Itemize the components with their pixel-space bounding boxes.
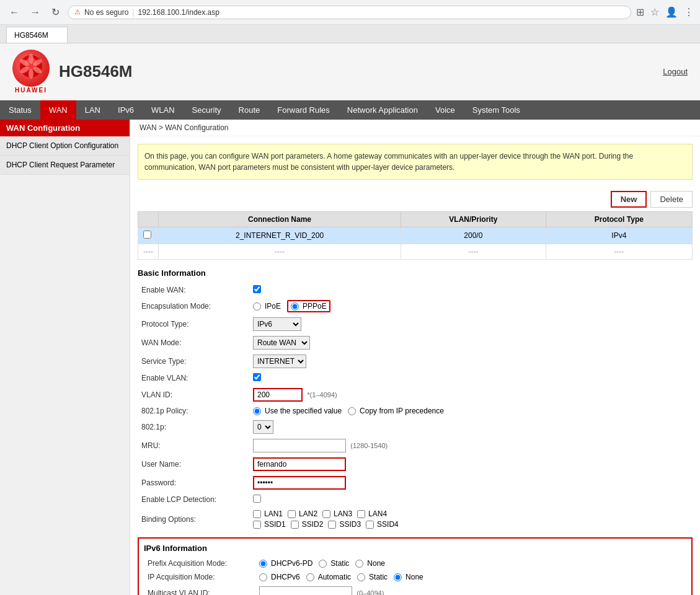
ssid2-option[interactable]: SSID2 — [291, 520, 324, 529]
nav-route[interactable]: Route — [230, 100, 269, 120]
wan-mode-select[interactable]: Route WAN Bridge WAN — [253, 336, 310, 350]
ssid3-checkbox[interactable] — [328, 521, 336, 529]
profile-button[interactable]: 👤 — [665, 6, 678, 18]
use-specified-radio[interactable] — [253, 407, 261, 415]
nav-status[interactable]: Status — [0, 100, 40, 120]
binding-options: LAN1 LAN2 LAN3 LAN4 SSID1 SSID2 SSID3 SS… — [253, 509, 689, 529]
nav-wlan[interactable]: WLAN — [143, 100, 184, 120]
nav-network-application[interactable]: Network Application — [339, 100, 427, 120]
lan2-checkbox[interactable] — [288, 510, 296, 518]
mru-label: MRU: — [138, 436, 249, 455]
huawei-logo — [12, 50, 50, 87]
security-label: No es seguro — [84, 8, 128, 17]
menu-button[interactable]: ⋮ — [684, 6, 694, 18]
delete-button[interactable]: Delete — [650, 191, 693, 208]
lcp-checkbox[interactable] — [253, 495, 261, 503]
value-802-1p-select[interactable]: 0 123 4567 — [253, 420, 273, 434]
wan-mode-row: WAN Mode: Route WAN Bridge WAN — [138, 333, 693, 352]
forward-button[interactable]: → — [27, 6, 43, 19]
dhcpv6-radio[interactable] — [259, 573, 267, 581]
sidebar-item-dhcp-request[interactable]: DHCP Client Request Parameter — [0, 156, 130, 175]
ip-static-option[interactable]: Static — [357, 573, 388, 581]
nav-wan[interactable]: WAN — [40, 100, 76, 120]
nav-system-tools[interactable]: System Tools — [464, 100, 529, 120]
copy-ip-option[interactable]: Copy from IP precedence — [348, 407, 444, 415]
browser-bar: ← → ↻ ⚠ No es seguro | 192.168.100.1/ind… — [0, 0, 700, 25]
use-specified-option[interactable]: Use the specified value — [253, 407, 342, 415]
ip-none-option[interactable]: None — [394, 573, 423, 581]
pppoe-radio[interactable] — [291, 302, 299, 311]
lan3-checkbox[interactable] — [322, 510, 330, 518]
extensions-button[interactable]: ⊞ — [636, 6, 644, 18]
nav-security[interactable]: Security — [184, 100, 230, 120]
automatic-radio[interactable] — [306, 573, 314, 581]
mru-input[interactable] — [253, 439, 346, 452]
nav-lan[interactable]: LAN — [76, 100, 109, 120]
lan2-option[interactable]: LAN2 — [288, 509, 317, 518]
protocol-type-row: Protocol Type: IPv4 IPv6 IPv4/IPv6 — [138, 315, 693, 333]
logout-button[interactable]: Logout — [663, 67, 688, 76]
back-button[interactable]: ← — [6, 6, 22, 19]
wan-table: Connection Name VLAN/Priority Protocol T… — [138, 211, 693, 260]
prefix-none-radio[interactable] — [355, 560, 363, 568]
vlan-id-label: VLAN ID: — [138, 386, 249, 404]
pppoe-option[interactable]: PPPoE — [287, 300, 330, 312]
main-nav: Status WAN LAN IPv6 WLAN Security Route … — [0, 100, 700, 120]
encapsulation-label: Encapsulation Mode: — [138, 298, 249, 315]
prefix-static-option[interactable]: Static — [319, 559, 349, 568]
dhcpv6pd-option[interactable]: DHCPv6-PD — [259, 559, 312, 568]
ssid1-checkbox[interactable] — [253, 521, 261, 529]
breadcrumb: WAN > WAN Configuration — [130, 120, 700, 136]
password-input[interactable] — [253, 476, 346, 490]
vlan-id-input[interactable] — [253, 388, 303, 402]
ssid3-option[interactable]: SSID3 — [328, 520, 361, 529]
multicast-vlan-input[interactable] — [259, 586, 352, 595]
policy-802-1p-row: 802.1p Policy: Use the specified value C… — [138, 404, 693, 418]
encapsulation-row: Encapsulation Mode: IPoE PPPoE — [138, 298, 693, 315]
lan1-option[interactable]: LAN1 — [253, 509, 283, 518]
dhcpv6-option[interactable]: DHCPv6 — [259, 573, 300, 581]
enable-wan-checkbox[interactable] — [253, 285, 261, 293]
prefix-options: DHCPv6-PD Static None — [259, 559, 683, 568]
ip-acq-label: IP Acquisition Mode: — [144, 570, 255, 584]
lan4-checkbox[interactable] — [357, 510, 365, 518]
username-input[interactable] — [253, 457, 346, 471]
logo-area: HUAWEI HG8546M — [12, 50, 133, 94]
ipoe-radio[interactable] — [253, 302, 261, 311]
prefix-static-radio[interactable] — [319, 560, 327, 568]
ssid4-option[interactable]: SSID4 — [366, 520, 399, 529]
protocol-type-select[interactable]: IPv4 IPv6 IPv4/IPv6 — [253, 317, 301, 331]
copy-ip-radio[interactable] — [348, 407, 356, 415]
ssid1-option[interactable]: SSID1 — [253, 520, 286, 529]
ip-none-radio[interactable] — [394, 573, 402, 581]
enable-wan-label: Enable WAN: — [138, 283, 249, 298]
policy-options: Use the specified value Copy from IP pre… — [253, 407, 689, 415]
ipoe-option[interactable]: IPoE — [253, 302, 281, 311]
browser-actions: ⊞ ☆ 👤 ⋮ — [636, 6, 694, 18]
ssid4-checkbox[interactable] — [366, 521, 374, 529]
nav-forward-rules[interactable]: Forward Rules — [268, 100, 339, 120]
active-tab[interactable]: HG8546M — [6, 27, 68, 43]
sidebar-item-dhcp-option[interactable]: DHCP Client Option Configuration — [0, 136, 130, 156]
table-row[interactable]: 2_INTERNET_R_VID_200 200/0 IPv4 — [138, 227, 693, 244]
nav-ipv6[interactable]: IPv6 — [109, 100, 143, 120]
lcp-row: Enable LCP Detection: — [138, 492, 693, 507]
ipv6-form: Prefix Acquisition Mode: DHCPv6-PD Stati… — [144, 557, 686, 595]
lan3-option[interactable]: LAN3 — [322, 509, 352, 518]
enable-vlan-checkbox[interactable] — [253, 373, 261, 381]
row-checkbox-1[interactable] — [143, 231, 151, 239]
lan1-checkbox[interactable] — [253, 510, 261, 518]
nav-voice[interactable]: Voice — [427, 100, 464, 120]
refresh-button[interactable]: ↻ — [48, 5, 63, 19]
address-bar[interactable]: ⚠ No es seguro | 192.168.100.1/index.asp — [68, 6, 631, 19]
lan4-option[interactable]: LAN4 — [357, 509, 387, 518]
dhcpv6pd-radio[interactable] — [259, 560, 267, 568]
star-button[interactable]: ☆ — [650, 6, 659, 18]
new-button[interactable]: New — [611, 191, 647, 208]
service-type-select[interactable]: INTERNET TR069 OTHER — [253, 355, 306, 368]
prefix-none-option[interactable]: None — [355, 559, 385, 568]
automatic-option[interactable]: Automatic — [306, 573, 351, 581]
ssid2-checkbox[interactable] — [291, 521, 299, 529]
ip-static-radio[interactable] — [357, 573, 365, 581]
lcp-label: Enable LCP Detection: — [138, 492, 249, 507]
